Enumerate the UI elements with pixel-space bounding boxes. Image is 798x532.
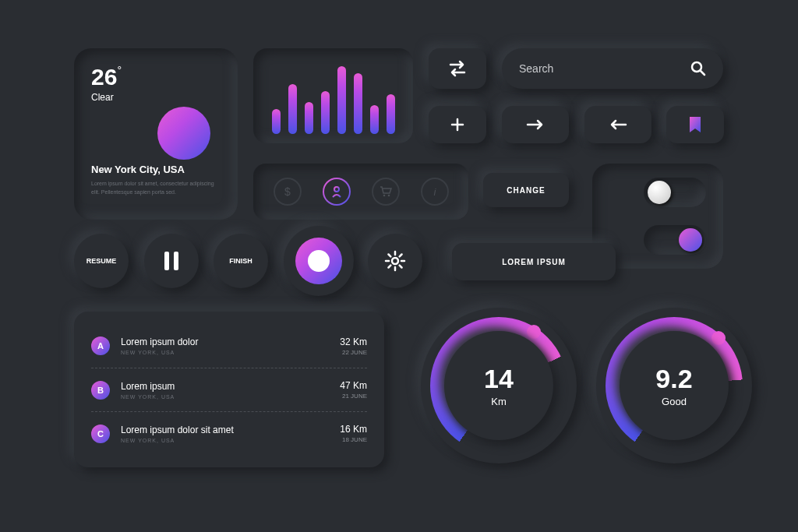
svg-point-2 bbox=[334, 187, 339, 192]
svg-point-4 bbox=[387, 195, 390, 197]
icon-strip: $ i bbox=[253, 164, 468, 220]
list-title: Lorem ipsum dolor bbox=[121, 336, 198, 347]
list-date: 18 JUNE bbox=[340, 436, 367, 443]
swap-button[interactable] bbox=[429, 48, 486, 89]
record-icon bbox=[295, 238, 342, 284]
arrow-left-icon bbox=[608, 118, 628, 132]
list-badge: A bbox=[91, 336, 110, 355]
chart-bar bbox=[370, 105, 379, 134]
search-icon bbox=[690, 61, 706, 76]
list-title: Lorem ipsum dolor sit amet bbox=[121, 425, 234, 435]
list-item[interactable]: BLorem ipsumNEW YORK, USA47 Km21 JUNE bbox=[91, 368, 367, 411]
resume-label: RESUME bbox=[87, 257, 117, 265]
chart-bar bbox=[288, 84, 297, 134]
lorem-label: LOREM IPSUM bbox=[502, 258, 566, 266]
bar-chart bbox=[253, 48, 413, 143]
chart-bar bbox=[272, 109, 281, 134]
toggle-off[interactable] bbox=[644, 178, 706, 207]
list-item[interactable]: CLorem ipsum dolor sit ametNEW YORK, USA… bbox=[91, 411, 367, 455]
svg-text:i: i bbox=[433, 186, 436, 198]
weather-orb bbox=[157, 107, 210, 160]
gauge-value: 14 bbox=[484, 364, 514, 394]
chart-bar bbox=[387, 94, 395, 134]
svg-text:$: $ bbox=[284, 185, 291, 198]
toggle-knob bbox=[679, 228, 702, 252]
svg-point-6 bbox=[392, 258, 398, 264]
next-button[interactable] bbox=[502, 106, 569, 143]
prev-button[interactable] bbox=[584, 106, 651, 143]
weather-condition: Clear bbox=[91, 92, 221, 103]
gauge-distance: 14 Km bbox=[421, 308, 577, 463]
list-distance: 16 Km bbox=[340, 424, 367, 435]
list-badge: B bbox=[91, 381, 110, 400]
resume-button[interactable]: RESUME bbox=[74, 234, 129, 288]
weather-description: Lorem ipsum dolor sit amet, consectetur … bbox=[91, 180, 221, 196]
weather-location: New York City, USA bbox=[91, 164, 221, 175]
bookmark-button[interactable] bbox=[666, 106, 724, 143]
svg-point-3 bbox=[383, 195, 385, 197]
chart-bar bbox=[354, 73, 362, 134]
list-subtitle: NEW YORK, USA bbox=[121, 438, 234, 443]
pause-button[interactable] bbox=[144, 234, 199, 288]
change-button[interactable]: CHANGE bbox=[483, 173, 569, 207]
list-subtitle: NEW YORK, USA bbox=[121, 394, 175, 400]
record-button[interactable] bbox=[284, 226, 354, 296]
gauge-label: Km bbox=[491, 396, 507, 407]
gear-icon bbox=[383, 249, 407, 273]
chart-bar bbox=[337, 66, 346, 134]
cart-icon[interactable] bbox=[372, 178, 400, 206]
list-distance: 47 Km bbox=[340, 380, 367, 391]
user-icon[interactable] bbox=[323, 178, 351, 206]
gauge-label: Good bbox=[662, 396, 687, 407]
list-distance: 32 Km bbox=[340, 336, 367, 347]
add-button[interactable] bbox=[429, 106, 486, 143]
change-label: CHANGE bbox=[507, 186, 545, 195]
search-placeholder: Search bbox=[519, 62, 553, 75]
search-input[interactable]: Search bbox=[502, 48, 723, 89]
gauge-value: 9.2 bbox=[655, 364, 692, 394]
weather-card: 26° Clear New York City, USA Lorem ipsum… bbox=[74, 48, 238, 220]
list-date: 21 JUNE bbox=[340, 393, 367, 400]
gauge-rating: 9.2 Good bbox=[596, 308, 752, 463]
swap-icon bbox=[446, 59, 469, 78]
chart-bar bbox=[321, 91, 330, 134]
plus-icon bbox=[450, 117, 465, 132]
list-date: 22 JUNE bbox=[340, 349, 367, 356]
temperature: 26° bbox=[91, 64, 221, 90]
toggle-on[interactable] bbox=[644, 225, 706, 255]
trip-list: ALorem ipsum dolorNEW YORK, USA32 Km22 J… bbox=[74, 312, 384, 467]
arrow-right-icon bbox=[525, 118, 546, 132]
lorem-button[interactable]: LOREM IPSUM bbox=[452, 243, 616, 280]
chart-bar bbox=[305, 102, 313, 134]
info-icon[interactable]: i bbox=[421, 178, 449, 206]
pause-icon bbox=[164, 252, 178, 270]
list-subtitle: NEW YORK, USA bbox=[121, 350, 198, 355]
settings-button[interactable] bbox=[368, 234, 422, 288]
list-item[interactable]: ALorem ipsum dolorNEW YORK, USA32 Km22 J… bbox=[91, 324, 367, 368]
toggle-knob bbox=[648, 181, 671, 204]
list-title: Lorem ipsum bbox=[121, 381, 175, 392]
dollar-icon[interactable]: $ bbox=[274, 178, 302, 206]
finish-label: FINISH bbox=[229, 257, 252, 265]
bookmark-icon bbox=[688, 116, 702, 133]
finish-button[interactable]: FINISH bbox=[214, 234, 268, 288]
list-badge: C bbox=[91, 425, 110, 443]
